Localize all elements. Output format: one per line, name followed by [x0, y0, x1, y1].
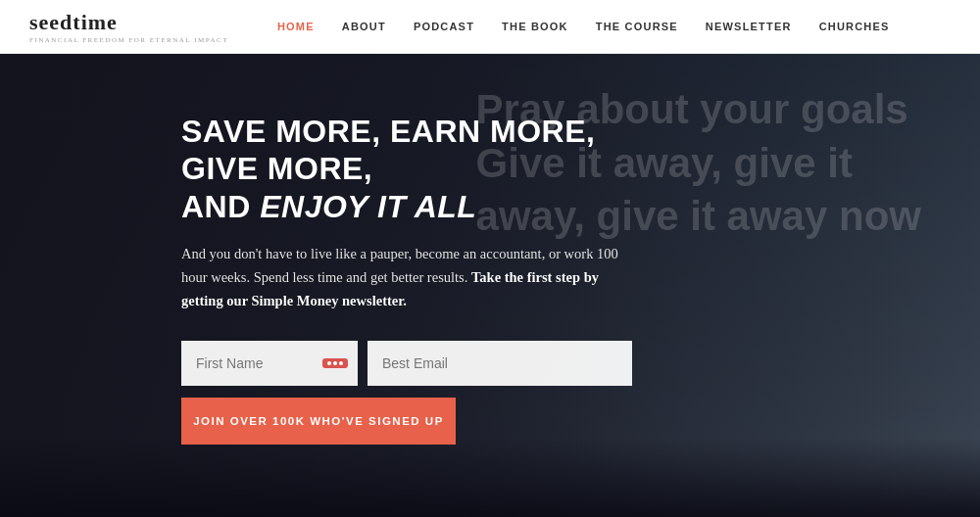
email-wrapper	[368, 341, 632, 386]
nav-item-newsletter[interactable]: NEWSLETTER	[706, 21, 792, 32]
hero-headline: SAVE MORE, EARN MORE, GIVE MORE, AND ENJ…	[181, 113, 627, 225]
hero-subtext: And you don't have to live like a pauper…	[181, 243, 627, 313]
email-input[interactable]	[368, 341, 632, 386]
logo-name: seedtime	[29, 10, 228, 35]
nav-item-home[interactable]: HOME	[277, 21, 315, 32]
nav-item-about[interactable]: ABOUT	[342, 21, 386, 32]
nav-item-podcast[interactable]: PODCAST	[414, 21, 474, 32]
headline-line2-italic: ENJOY IT ALL	[260, 189, 476, 224]
nav-item-the-course[interactable]: THE COURSE	[596, 21, 678, 32]
logo-tagline: FINANCIAL FREEDOM FOR ETERNAL IMPACT	[29, 36, 228, 44]
signup-cta-button[interactable]: JOIN OVER 100K WHO'VE SIGNED UP	[181, 398, 456, 445]
main-nav: HOME ABOUT PODCAST THE BOOK THE COURSE N…	[277, 21, 890, 32]
logo[interactable]: seedtime FINANCIAL FREEDOM FOR ETERNAL I…	[29, 10, 228, 44]
first-name-wrapper	[181, 341, 358, 386]
hero-section: Pray about your goals Give it away, give…	[0, 54, 980, 517]
hero-content: SAVE MORE, EARN MORE, GIVE MORE, AND ENJ…	[0, 54, 627, 445]
signup-form-row	[181, 341, 627, 386]
nav-item-the-book[interactable]: THE BOOK	[502, 21, 568, 32]
site-header: seedtime FINANCIAL FREEDOM FOR ETERNAL I…	[0, 0, 980, 54]
audience-silhouettes	[0, 439, 980, 517]
headline-line2-prefix: AND	[181, 189, 260, 224]
headline-line1: SAVE MORE, EARN MORE, GIVE MORE,	[181, 114, 595, 186]
input-dots-icon	[322, 358, 348, 368]
nav-item-churches[interactable]: CHURCHES	[819, 21, 890, 32]
